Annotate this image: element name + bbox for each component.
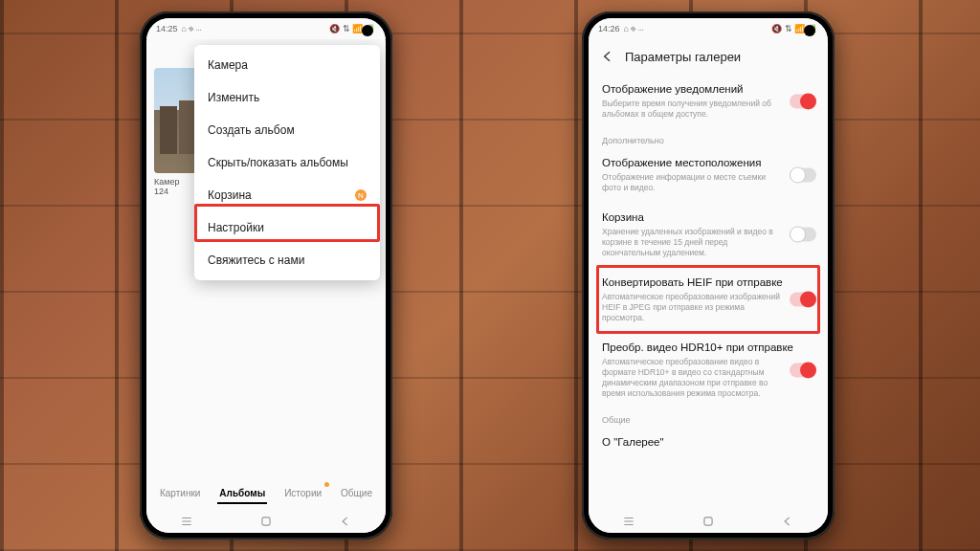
overflow-menu: КамераИзменитьСоздать альбомСкрыть/показ… (194, 45, 380, 280)
recents-icon[interactable] (180, 515, 193, 528)
settings-row-3[interactable]: КорзинаХранение удаленных изображений и … (589, 202, 828, 267)
status-bar: 14:25 ⌂ ⎆ ⋯ 🔇 ⇅ 📶 🔋 (146, 18, 386, 39)
menu-item-3[interactable]: Скрыть/показать альбомы (194, 146, 380, 179)
menu-item-5[interactable]: Настройки (194, 211, 380, 244)
settings-row-4[interactable]: Конвертировать HEIF при отправкеАвтомати… (589, 267, 828, 332)
menu-item-label: Корзина (208, 188, 252, 202)
stage: 14:25 ⌂ ⎆ ⋯ 🔇 ⇅ 📶 🔋 Камер 124 КамераИзме… (0, 0, 980, 551)
svg-rect-0 (262, 518, 270, 525)
status-bar: 14:26 ⌂ ⎆ ⋯ 🔇 ⇅ 📶 🔋 (589, 18, 828, 39)
bottom-tabs: КартинкиАльбомыИсторииОбщие (146, 478, 386, 510)
status-time: 14:26 (598, 24, 620, 33)
album-count: 124 (154, 187, 179, 196)
menu-item-label: Камера (208, 58, 248, 72)
home-icon[interactable] (259, 515, 273, 528)
row-title: Отображение местоположения (602, 156, 814, 170)
gallery-content: Камер 124 КамераИзменитьСоздать альбомСк… (146, 39, 386, 533)
row-title: Конвертировать HEIF при отправке (602, 276, 814, 290)
android-navbar (589, 510, 828, 533)
tab-0[interactable]: Картинки (158, 484, 202, 504)
back-arrow-icon[interactable] (600, 49, 615, 64)
menu-badge-icon: N (355, 189, 367, 201)
phone-right: 14:26 ⌂ ⎆ ⋯ 🔇 ⇅ 📶 🔋 Параметры галереи От… (582, 11, 835, 540)
row-title: Преобр. видео HDR10+ при отправке (602, 341, 814, 355)
menu-item-6[interactable]: Свяжитесь с нами (194, 244, 380, 276)
back-icon[interactable] (781, 515, 794, 528)
row-subtitle: Автоматическое преобразование видео в фо… (602, 357, 814, 399)
back-icon[interactable] (339, 515, 352, 528)
toggle-switch[interactable] (790, 293, 816, 307)
camera-hole (362, 25, 373, 36)
settings-title: Параметры галереи (625, 50, 741, 64)
menu-item-4[interactable]: КорзинаN (194, 179, 380, 211)
tab-3[interactable]: Общие (339, 484, 374, 504)
phone-left: 14:25 ⌂ ⎆ ⋯ 🔇 ⇅ 📶 🔋 Камер 124 КамераИзме… (140, 11, 392, 540)
tab-2[interactable]: Истории (282, 484, 323, 504)
status-time: 14:25 (156, 24, 178, 33)
tab-dot-icon (324, 482, 329, 487)
section-label: Дополнительно (589, 128, 828, 147)
settings-header: Параметры галереи (589, 39, 828, 74)
row-subtitle: Отображение информации о месте съемки фо… (602, 172, 814, 193)
toggle-switch[interactable] (790, 363, 816, 377)
camera-hole (804, 25, 815, 36)
svg-rect-1 (704, 518, 712, 525)
screen-right: 14:26 ⌂ ⎆ ⋯ 🔇 ⇅ 📶 🔋 Параметры галереи От… (589, 18, 828, 533)
settings-row-5[interactable]: Преобр. видео HDR10+ при отправкеАвтомат… (589, 332, 828, 408)
menu-item-2[interactable]: Создать альбом (194, 114, 380, 146)
status-left-icons: ⌂ ⎆ ⋯ (182, 24, 201, 33)
row-title: Корзина (602, 210, 814, 225)
menu-item-1[interactable]: Изменить (194, 81, 380, 114)
menu-item-label: Скрыть/показать альбомы (208, 156, 348, 169)
album-name: Камер (154, 177, 179, 187)
row-subtitle: Хранение удаленных изображений и видео в… (602, 227, 814, 258)
settings-row-2[interactable]: Отображение местоположенияОтображение ин… (589, 147, 828, 202)
menu-item-label: Свяжитесь с нами (208, 253, 304, 267)
toggle-switch[interactable] (790, 94, 816, 108)
menu-item-0[interactable]: Камера (194, 49, 380, 81)
row-title: Отображение уведомлений (602, 82, 814, 97)
album-caption: Камер 124 (154, 177, 179, 196)
menu-item-label: Изменить (208, 91, 259, 104)
row-title: О "Галерее" (602, 435, 814, 450)
toggle-switch[interactable] (790, 228, 816, 242)
section-label: Общие (589, 408, 828, 427)
status-left-icons: ⌂ ⎆ ⋯ (624, 24, 643, 33)
settings-row-0[interactable]: Отображение уведомленийВыберите время по… (589, 74, 828, 128)
tab-1[interactable]: Альбомы (217, 484, 267, 504)
menu-item-label: Настройки (208, 221, 264, 234)
settings-list: Отображение уведомленийВыберите время по… (589, 74, 828, 533)
settings-row-7[interactable]: О "Галерее" (589, 427, 828, 458)
menu-item-label: Создать альбом (208, 123, 295, 137)
row-subtitle: Выберите время получения уведомлений об … (602, 99, 814, 120)
android-navbar (146, 510, 386, 533)
recents-icon[interactable] (622, 515, 635, 528)
row-subtitle: Автоматическое преобразование изображени… (602, 292, 814, 323)
screen-left: 14:25 ⌂ ⎆ ⋯ 🔇 ⇅ 📶 🔋 Камер 124 КамераИзме… (146, 18, 386, 533)
toggle-switch[interactable] (790, 167, 816, 182)
home-icon[interactable] (702, 515, 715, 528)
